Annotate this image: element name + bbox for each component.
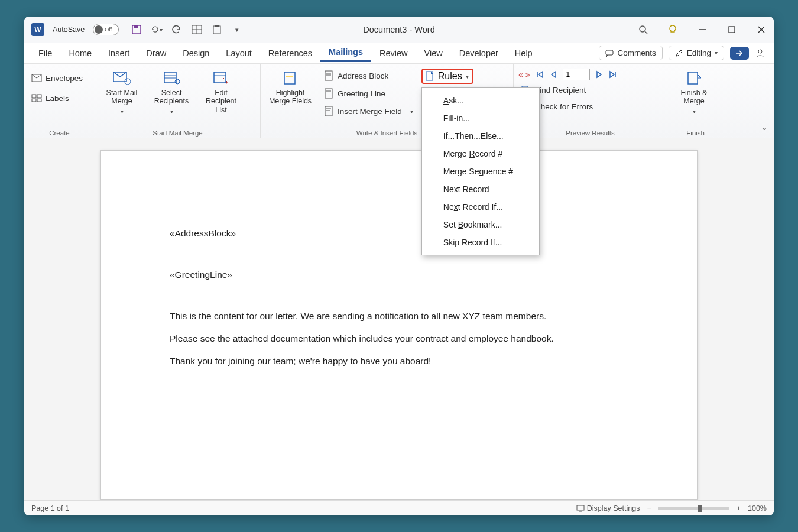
record-number-input[interactable] xyxy=(563,69,590,80)
svg-point-14 xyxy=(758,50,762,53)
word-app-icon: W xyxy=(31,23,44,36)
next-record-icon[interactable] xyxy=(596,70,603,79)
pencil-icon xyxy=(675,49,683,57)
svg-rect-28 xyxy=(284,72,295,84)
tab-draw[interactable]: Draw xyxy=(138,45,174,61)
highlight-merge-fields-button[interactable]: Highlight Merge Fields xyxy=(265,67,315,108)
lightbulb-icon[interactable] xyxy=(667,24,678,35)
envelopes-button[interactable]: Envelopes xyxy=(29,71,85,85)
greeting-line-button[interactable]: Greeting Line xyxy=(321,86,416,100)
insert-merge-field-button[interactable]: Insert Merge Field ▾ xyxy=(321,104,416,118)
table-icon[interactable] xyxy=(191,24,203,35)
svg-rect-6 xyxy=(215,25,219,27)
start-mail-merge-label: Start Mail Merge xyxy=(100,89,144,106)
zoom-out-button[interactable]: − xyxy=(647,504,651,512)
svg-rect-22 xyxy=(164,72,176,83)
rules-ask[interactable]: Ask... xyxy=(422,92,539,109)
comment-icon xyxy=(605,49,614,57)
page-indicator[interactable]: Page 1 of 1 xyxy=(31,504,69,512)
zoom-level[interactable]: 100% xyxy=(748,504,767,512)
abc-preview-icon[interactable]: « » xyxy=(518,70,530,79)
titlebar-right xyxy=(638,24,767,35)
rules-ifthenelse[interactable]: If...Then...Else... xyxy=(422,127,539,145)
rules-merge-record[interactable]: Merge Record # xyxy=(422,145,539,163)
rules-skip-record-if[interactable]: Skip Record If... xyxy=(422,233,539,251)
tab-references[interactable]: References xyxy=(260,45,320,61)
rules-set-bookmark[interactable]: Set Bookmark... xyxy=(422,216,539,233)
redo-icon[interactable] xyxy=(171,24,183,35)
tab-file[interactable]: File xyxy=(30,45,60,61)
tab-view[interactable]: View xyxy=(416,45,451,61)
document-title: Document3 - Word xyxy=(363,25,434,34)
svg-rect-42 xyxy=(688,72,698,84)
minimize-button[interactable] xyxy=(697,24,708,35)
tab-design[interactable]: Design xyxy=(174,45,218,61)
svg-rect-19 xyxy=(37,99,41,102)
svg-rect-5 xyxy=(213,26,220,34)
tab-review[interactable]: Review xyxy=(371,45,416,61)
ribbon-tabs: File Home Insert Draw Design Layout Refe… xyxy=(24,43,774,64)
comments-button[interactable]: Comments xyxy=(599,46,662,60)
svg-rect-35 xyxy=(325,106,332,116)
rules-next-record[interactable]: Next Record xyxy=(422,180,539,198)
tab-home[interactable]: Home xyxy=(60,45,100,61)
body-line-3: Thank you for joining our team; we're ha… xyxy=(170,354,628,368)
mail-merge-icon xyxy=(111,70,132,86)
address-block-button[interactable]: Address Block xyxy=(321,69,416,83)
paste-icon[interactable] xyxy=(211,24,223,35)
edit-list-icon xyxy=(210,70,232,86)
envelope-icon xyxy=(31,73,42,83)
word-window: W AutoSave Off ▾ ▾ Document3 - Word File… xyxy=(24,17,774,515)
greeting-line-label: Greeting Line xyxy=(338,89,385,98)
rules-fillin[interactable]: Fill-in... xyxy=(422,109,539,127)
page-icon xyxy=(323,70,334,81)
zoom-in-button[interactable]: + xyxy=(737,504,741,512)
insert-merge-field-label: Insert Merge Field xyxy=(338,107,402,116)
autosave-toggle[interactable]: Off xyxy=(93,24,119,35)
rules-icon xyxy=(425,71,434,82)
start-mail-merge-button[interactable]: Start Mail Merge▾ xyxy=(100,67,144,117)
prev-record-icon[interactable] xyxy=(550,70,557,79)
editing-mode-button[interactable]: Editing ▾ xyxy=(669,46,724,60)
rules-next-record-if[interactable]: Next Record If... xyxy=(422,198,539,216)
save-icon[interactable] xyxy=(131,24,142,35)
rules-merge-sequence[interactable]: Merge Sequence # xyxy=(422,163,539,180)
first-record-icon[interactable] xyxy=(536,70,544,79)
group-create: Envelopes Labels Create xyxy=(24,64,95,138)
finish-merge-label: Finish & Merge xyxy=(672,89,716,106)
tab-layout[interactable]: Layout xyxy=(218,45,260,61)
undo-icon[interactable]: ▾ xyxy=(151,24,163,35)
search-icon[interactable] xyxy=(638,24,648,35)
comments-label: Comments xyxy=(617,48,656,57)
svg-rect-30 xyxy=(325,71,332,80)
autosave-label: AutoSave xyxy=(53,25,85,34)
group-write-insert: Highlight Merge Fields Address Block Gre… xyxy=(261,64,514,138)
account-icon[interactable] xyxy=(755,48,768,59)
tab-developer[interactable]: Developer xyxy=(451,45,507,61)
labels-button[interactable]: Labels xyxy=(29,91,72,105)
edit-recipient-list-button[interactable]: Edit Recipient List xyxy=(199,67,243,116)
display-settings-button[interactable]: Display Settings xyxy=(576,504,640,512)
edit-recipient-list-label: Edit Recipient List xyxy=(199,89,243,114)
zoom-thumb[interactable] xyxy=(698,505,702,512)
svg-rect-1 xyxy=(134,25,138,28)
document-page[interactable]: «AddressBlock» «GreetingLine» This is th… xyxy=(100,150,698,500)
tab-mailings[interactable]: Mailings xyxy=(320,44,371,62)
share-button[interactable] xyxy=(730,47,749,60)
qat-dropdown-icon[interactable]: ▾ xyxy=(231,24,243,35)
select-recipients-button[interactable]: Select Recipients▾ xyxy=(150,67,193,117)
last-record-icon[interactable] xyxy=(609,70,617,79)
tab-insert[interactable]: Insert xyxy=(100,45,138,61)
group-finish: Finish & Merge▾ Finish xyxy=(667,64,724,138)
collapse-ribbon-icon[interactable]: ⌄ xyxy=(761,122,768,132)
finish-merge-button[interactable]: Finish & Merge▾ xyxy=(672,67,716,117)
svg-point-7 xyxy=(640,26,645,32)
toggle-knob xyxy=(95,25,103,34)
rules-button[interactable]: Rules ▾ xyxy=(421,69,473,84)
zoom-slider[interactable] xyxy=(658,507,729,510)
tab-help[interactable]: Help xyxy=(507,45,541,61)
maximize-button[interactable] xyxy=(726,24,737,35)
labels-icon xyxy=(31,93,42,103)
close-button[interactable] xyxy=(756,24,767,35)
rules-label: Rules xyxy=(438,71,462,82)
